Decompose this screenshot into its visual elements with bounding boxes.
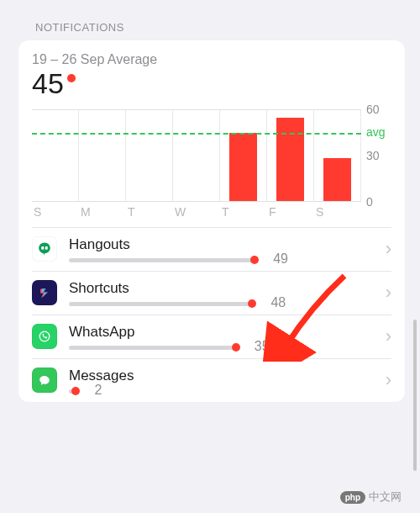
app-list: Hangouts49›Shortcuts48›WhatsApp35›Messag… — [32, 227, 391, 402]
chevron-right-icon: › — [386, 282, 391, 304]
avg-label: avg — [366, 125, 386, 139]
app-row[interactable]: Hangouts49› — [32, 227, 391, 271]
whatsapp-icon — [32, 324, 57, 349]
chart-col — [32, 110, 79, 201]
php-badge-icon: php — [340, 491, 365, 504]
x-tick: F — [267, 205, 314, 219]
count-bar — [69, 346, 236, 350]
app-name: Hangouts — [69, 236, 377, 253]
chart-bar — [229, 133, 257, 201]
x-tick: M — [79, 205, 126, 219]
app-count: 35 — [255, 339, 270, 354]
chart-col — [126, 110, 173, 201]
app-count: 48 — [270, 295, 286, 310]
y-axis: 60300avg — [361, 109, 391, 202]
chart-col — [173, 110, 220, 201]
average-value: 45 — [32, 69, 64, 99]
app-count: 2 — [94, 383, 102, 398]
x-tick: S — [32, 205, 79, 219]
x-tick: T — [126, 205, 173, 219]
average-value-row: 45 — [32, 69, 391, 99]
weekly-bar-chart: 60300avg — [32, 109, 391, 202]
scrollbar[interactable] — [413, 320, 417, 471]
shortcuts-icon — [32, 280, 57, 305]
app-row-body: Hangouts49 — [69, 236, 377, 262]
app-name: WhatsApp — [69, 324, 377, 341]
app-bar-row: 49 — [69, 258, 377, 262]
app-row-body: Messages2 — [69, 368, 377, 394]
chevron-right-icon: › — [386, 325, 391, 347]
app-row[interactable]: Messages2› — [32, 358, 391, 402]
app-row[interactable]: Shortcuts48› — [32, 271, 391, 315]
x-tick: W — [173, 205, 220, 219]
hangouts-icon — [32, 236, 57, 262]
messages-icon — [32, 368, 57, 393]
app-count: 49 — [273, 251, 288, 267]
section-header: NOTIFICATIONS — [18, 21, 405, 34]
notifications-card: 19 – 26 Sep Average 45 60300avg SMTWTFS … — [18, 40, 405, 402]
watermark: php 中文网 — [340, 489, 402, 505]
chart-bar — [323, 158, 351, 200]
app-row[interactable]: WhatsApp35› — [32, 315, 391, 358]
chart-col — [220, 110, 267, 201]
date-range: 19 – 26 Sep Average — [32, 52, 391, 67]
x-tick: T — [220, 205, 267, 219]
avg-line — [32, 133, 361, 135]
count-bar — [69, 258, 255, 262]
count-bar — [69, 302, 252, 306]
count-bar — [69, 389, 76, 394]
dot-icon — [71, 387, 80, 395]
y-tick: 60 — [366, 103, 380, 116]
x-axis: SMTWTFS — [32, 205, 391, 219]
svg-rect-1 — [45, 246, 48, 250]
dot-icon — [248, 299, 256, 308]
chevron-right-icon: › — [386, 238, 391, 260]
chart-bar — [276, 118, 304, 201]
dot-icon — [232, 343, 240, 352]
dot-icon — [67, 74, 76, 82]
chart-col — [314, 110, 361, 201]
app-bar-row: 35 — [69, 346, 377, 350]
app-name: Shortcuts — [69, 280, 377, 297]
app-name: Messages — [69, 368, 377, 384]
chart-col — [267, 110, 314, 201]
dot-icon — [250, 256, 259, 264]
y-tick: 30 — [366, 149, 380, 162]
watermark-text: 中文网 — [369, 489, 402, 505]
svg-rect-0 — [41, 246, 44, 250]
chevron-right-icon: › — [386, 369, 391, 391]
app-bar-row: 48 — [69, 302, 377, 306]
app-row-body: Shortcuts48 — [69, 280, 377, 306]
x-tick: S — [314, 205, 361, 219]
svg-rect-3 — [36, 328, 53, 345]
chart-col — [79, 110, 126, 201]
app-row-body: WhatsApp35 — [69, 324, 377, 350]
y-tick: 0 — [366, 195, 373, 209]
app-bar-row: 2 — [69, 389, 377, 394]
